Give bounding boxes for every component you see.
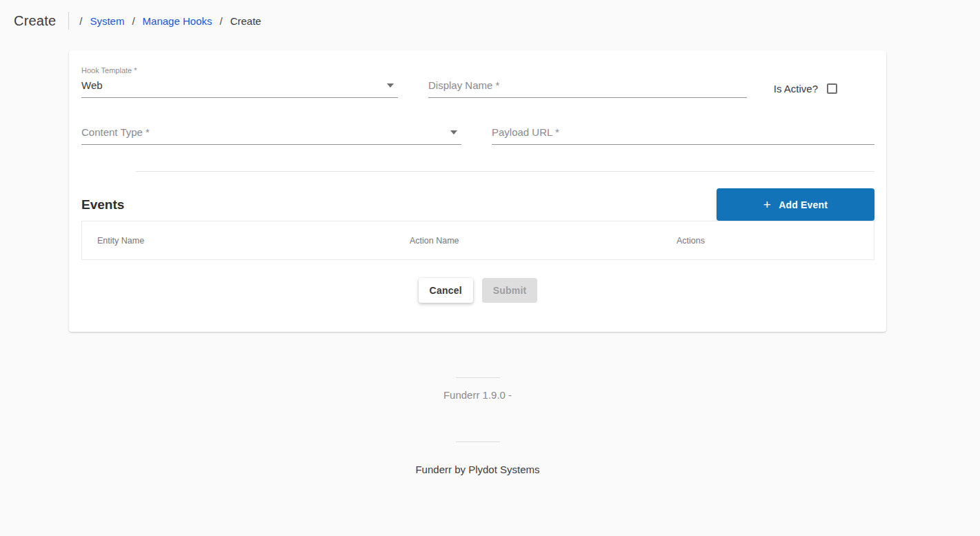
version-text: Funderr 1.9.0 - — [69, 389, 886, 401]
breadcrumb-current: Create — [230, 15, 261, 27]
cancel-button[interactable]: Cancel — [419, 278, 473, 303]
is-active-checkbox[interactable] — [827, 83, 837, 94]
add-event-label: Add Event — [779, 199, 828, 210]
display-name-field — [428, 79, 747, 98]
is-active-group: Is Active? — [774, 83, 837, 98]
breadcrumb-separator: / — [79, 15, 82, 27]
title-divider — [68, 12, 69, 30]
hook-template-label: Hook Template * — [81, 66, 398, 75]
hook-template-value: Web — [81, 79, 103, 91]
section-divider — [136, 171, 874, 172]
form-row-1: Hook Template * Web Is Active? — [81, 66, 874, 98]
breadcrumb: / System / Manage Hooks / Create — [79, 15, 261, 27]
column-header-actions: Actions — [677, 236, 705, 246]
chevron-down-icon — [387, 83, 394, 88]
form-actions: Cancel Submit — [81, 278, 874, 303]
form-row-2: Content Type * — [81, 126, 874, 145]
events-header: Events + Add Event — [81, 188, 874, 221]
credit-text: Funderr by Plydot Systems — [69, 464, 886, 475]
display-name-input[interactable] — [428, 79, 747, 98]
content-type-placeholder: Content Type * — [81, 126, 150, 138]
payload-url-field — [492, 126, 874, 145]
create-hook-card: Hook Template * Web Is Active? Content T… — [69, 50, 886, 332]
events-title: Events — [81, 197, 124, 212]
hook-template-field: Hook Template * Web — [81, 66, 398, 98]
footer: Funderr 1.9.0 - Funderr by Plydot System… — [69, 377, 886, 475]
top-bar: Create / System / Manage Hooks / Create — [0, 0, 980, 39]
breadcrumb-link-manage-hooks[interactable]: Manage Hooks — [143, 15, 212, 27]
breadcrumb-link-system[interactable]: System — [90, 15, 124, 27]
content-type-field: Content Type * — [81, 126, 461, 145]
column-header-action-name: Action Name — [410, 236, 459, 246]
events-table: Entity Name Action Name Actions — [81, 221, 874, 260]
column-header-entity-name: Entity Name — [97, 236, 144, 246]
payload-url-input[interactable] — [492, 126, 874, 145]
breadcrumb-separator: / — [220, 15, 223, 27]
plus-icon: + — [763, 198, 771, 211]
hook-template-select[interactable]: Web — [81, 79, 398, 98]
page-title: Create — [14, 13, 56, 29]
main-content: Hook Template * Web Is Active? Content T… — [69, 50, 886, 475]
footer-divider — [456, 377, 500, 378]
breadcrumb-separator: / — [132, 15, 134, 27]
chevron-down-icon — [450, 130, 457, 135]
add-event-button[interactable]: + Add Event — [717, 188, 874, 221]
submit-button[interactable]: Submit — [482, 278, 538, 303]
is-active-label: Is Active? — [774, 83, 818, 95]
content-type-select[interactable]: Content Type * — [81, 126, 461, 145]
footer-divider — [456, 441, 500, 442]
